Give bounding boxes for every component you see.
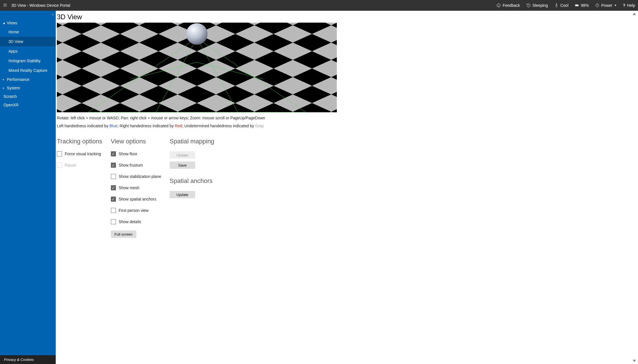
show-details-checkbox[interactable] — [111, 219, 116, 224]
first-person-checkbox[interactable] — [111, 208, 116, 213]
show-mesh-checkbox[interactable] — [111, 185, 116, 190]
sidebar-group-label: Views — [7, 21, 17, 25]
power-icon — [595, 3, 600, 8]
show-floor-row: Show floor — [111, 151, 161, 156]
scroll-down-icon[interactable] — [632, 359, 636, 363]
chevron-down-icon: ▼ — [614, 4, 617, 7]
svg-rect-7 — [578, 5, 579, 6]
sidebar-item-label: Scratch — [3, 94, 17, 99]
temp-status[interactable]: Cool — [554, 3, 568, 8]
battery-status[interactable]: 98% — [575, 3, 589, 8]
sidebar: ‹ ◢ Views Home 3D View Apps Hologram Sta… — [0, 11, 56, 364]
sidebar-group-label: System — [7, 86, 20, 90]
show-anchors-row: Show spatial anchors — [111, 197, 161, 202]
triangle-down-icon: ◢ — [3, 21, 6, 24]
feedback-label: Feedback — [503, 3, 520, 8]
text-red: Red — [175, 124, 182, 128]
spatial-column: Spatial mapping Update Save Spatial anch… — [170, 138, 214, 241]
controls-help: Rotate: left click + mouse or WASD; Pan:… — [57, 116, 637, 120]
checkbox-label: Show spatial anchors — [119, 197, 156, 201]
full-screen-button[interactable]: Full screen — [111, 231, 136, 238]
svg-point-5 — [499, 5, 499, 5]
svg-point-21 — [186, 23, 208, 45]
pause-row: Pause — [57, 163, 102, 168]
status-area: Feedback Sleeping Cool 98% Power ▼ ? Hel… — [496, 3, 635, 8]
handedness-help: Left handedness indicated by Blue; Right… — [57, 124, 637, 128]
power-menu[interactable]: Power ▼ — [595, 3, 617, 8]
show-stab-row: Show stabilization plane — [111, 174, 161, 179]
first-person-row: First person view — [111, 208, 161, 213]
sidebar-item-home[interactable]: Home — [0, 27, 56, 37]
pause-checkbox — [57, 163, 62, 168]
sleep-status[interactable]: Sleeping — [526, 3, 548, 8]
spatial-mapping-update-button: Update — [170, 151, 195, 159]
show-stab-checkbox[interactable] — [111, 174, 116, 179]
sidebar-group-performance[interactable]: ▸ Performance — [0, 75, 56, 84]
tracking-options: Tracking options Force visual tracking P… — [57, 138, 102, 241]
view-options: View options Show floor Show frustum Sho… — [111, 138, 161, 241]
text: ; Undetermined handedness indicated by — [182, 124, 255, 128]
sidebar-item-scratch[interactable]: Scratch — [0, 92, 56, 101]
feedback-button[interactable]: Feedback — [496, 3, 520, 8]
show-frustum-checkbox[interactable] — [111, 163, 116, 168]
sidebar-item-openxr[interactable]: OpenXR — [0, 101, 56, 109]
sidebar-item-label: OpenXR — [3, 103, 19, 107]
section-heading: View options — [111, 138, 161, 145]
svg-point-4 — [498, 5, 498, 5]
sleep-label: Sleeping — [533, 3, 548, 8]
spatial-mapping-save-button[interactable]: Save — [170, 161, 195, 169]
text-gray: Gray — [255, 124, 264, 128]
sidebar-item-label: Home — [8, 30, 19, 34]
checkbox-label: Show floor — [119, 152, 137, 156]
text-blue: Blue — [109, 124, 117, 128]
privacy-label: Privacy & Cookies — [4, 357, 34, 362]
temp-label: Cool — [560, 3, 568, 8]
3d-viewport[interactable] — [57, 23, 337, 112]
battery-icon — [575, 3, 579, 8]
sidebar-item-label: Mixed Reality Capture — [8, 68, 48, 73]
sidebar-nav: ◢ Views Home 3D View Apps Hologram Stabi… — [0, 11, 56, 355]
thermometer-icon — [554, 3, 559, 8]
checkbox-label: Show mesh — [119, 186, 139, 190]
checkbox-label: Pause — [65, 163, 76, 167]
section-heading: Spatial anchors — [170, 177, 214, 185]
top-bar: 3D View - Windows Device Portal Feedback… — [0, 0, 638, 11]
svg-rect-8 — [576, 5, 578, 6]
sidebar-collapse-icon[interactable]: ‹ — [52, 12, 53, 16]
sidebar-group-label: Performance — [7, 77, 29, 82]
text: Left handedness indicated by — [57, 124, 109, 128]
sidebar-group-views[interactable]: ◢ Views — [0, 19, 56, 27]
section-heading: Tracking options — [57, 138, 102, 145]
smile-icon — [496, 3, 501, 8]
checkbox-label: Show stabilization plane — [119, 174, 161, 179]
privacy-link[interactable]: Privacy & Cookies — [0, 355, 56, 364]
help-button[interactable]: ? Help — [623, 3, 635, 8]
show-details-row: Show details — [111, 219, 161, 224]
sidebar-group-system[interactable]: ▸ System — [0, 84, 56, 92]
show-floor-checkbox[interactable] — [111, 151, 116, 156]
triangle-right-icon: ▸ — [3, 78, 6, 81]
checkbox-label: Force visual tracking — [65, 152, 101, 156]
sidebar-item-mrc[interactable]: Mixed Reality Capture — [0, 66, 56, 75]
checkbox-label: Show frustum — [119, 163, 143, 167]
show-mesh-row: Show mesh — [111, 185, 161, 190]
window-title: 3D View - Windows Device Portal — [11, 3, 496, 8]
spatial-anchors-update-button[interactable]: Update — [170, 191, 195, 198]
sidebar-item-apps[interactable]: Apps — [0, 46, 56, 56]
show-frustum-row: Show frustum — [111, 163, 161, 168]
triangle-right-icon: ▸ — [3, 87, 6, 89]
power-label: Power — [601, 3, 613, 8]
force-visual-tracking-checkbox[interactable] — [57, 151, 62, 156]
show-anchors-checkbox[interactable] — [111, 197, 116, 202]
hamburger-icon[interactable] — [3, 3, 7, 8]
sidebar-item-label: 3D View — [8, 39, 23, 44]
battery-label: 98% — [581, 3, 589, 8]
svg-marker-12 — [633, 360, 636, 362]
svg-marker-11 — [633, 13, 636, 15]
scroll-up-icon[interactable] — [632, 12, 636, 16]
sidebar-item-hologram-stability[interactable]: Hologram Stability — [0, 56, 56, 66]
sidebar-item-3dview[interactable]: 3D View — [0, 37, 56, 46]
sidebar-item-label: Apps — [8, 49, 18, 53]
question-icon: ? — [623, 3, 626, 8]
options-panel: Tracking options Force visual tracking P… — [57, 138, 637, 241]
